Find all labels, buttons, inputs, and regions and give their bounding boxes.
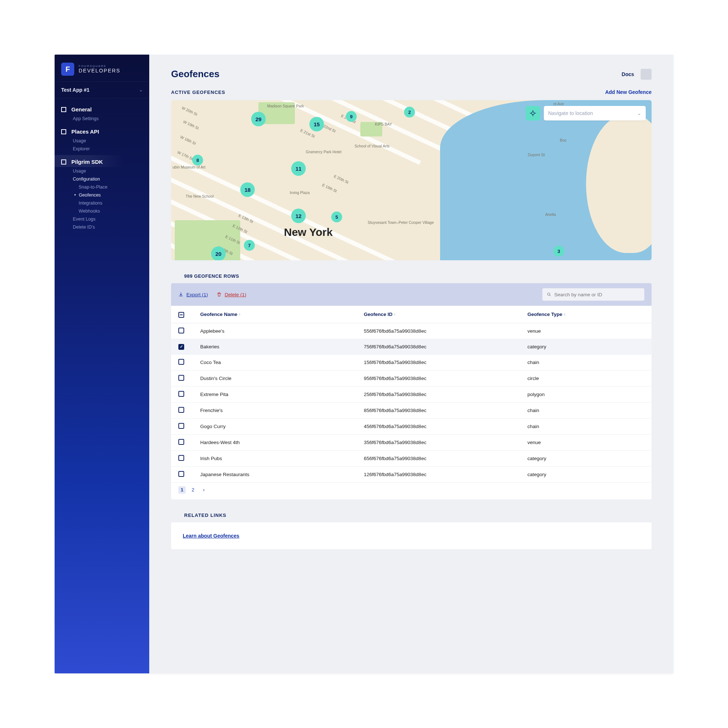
row-checkbox[interactable]: [178, 375, 184, 381]
chevron-down-icon: ⌄: [139, 87, 143, 92]
table-row[interactable]: Japanese Restaurants126f676fbd6a75a99038…: [171, 466, 652, 483]
docs-link[interactable]: Docs: [622, 71, 634, 77]
col-name[interactable]: Geofence Name↕: [200, 311, 364, 318]
download-icon: [178, 292, 184, 297]
geofence-cluster[interactable]: 7: [244, 240, 255, 251]
delete-button[interactable]: Delete (1): [217, 292, 246, 297]
locate-button[interactable]: [526, 106, 540, 121]
sidebar-item[interactable]: Usage: [73, 168, 149, 174]
cell-id: 856f676fbd6a75a99038d8ec: [364, 408, 527, 413]
row-checkbox[interactable]: [178, 359, 184, 365]
learn-geofences-link[interactable]: Learn about Geofences: [183, 533, 240, 539]
table-row[interactable]: Dustin's Circle956f676fbd6a75a99038d8ecc…: [171, 370, 652, 387]
select-all-checkbox[interactable]: [178, 312, 184, 318]
table-row[interactable]: Coco Tea156f676fbd6a75a99038d8ecchain: [171, 355, 652, 370]
row-checkbox[interactable]: [178, 327, 184, 333]
sidebar-item[interactable]: Delete ID's: [73, 224, 149, 230]
table-row[interactable]: Gogo Curry456f676fbd6a75a99038d8ecchain: [171, 419, 652, 434]
sidebar-section[interactable]: Pilgrim SDK: [55, 155, 149, 167]
page-next[interactable]: ›: [200, 486, 208, 494]
table-row[interactable]: Hardees-West 4th356f676fbd6a75a99038d8ec…: [171, 434, 652, 451]
geofence-cluster[interactable]: 12: [291, 209, 306, 223]
map-label: The New School: [186, 194, 214, 198]
brand-bottom-text: DEVELOPERS: [79, 68, 121, 73]
table-toolbar: Export (1) Delete (1): [171, 283, 652, 306]
sidebar-item[interactable]: Configuration: [73, 176, 149, 182]
row-checkbox[interactable]: [178, 407, 184, 413]
table-search[interactable]: [542, 288, 644, 301]
table-row[interactable]: Extreme Pita256f676fbd6a75a99038d8ecpoly…: [171, 387, 652, 402]
geofence-cluster[interactable]: 20: [211, 246, 226, 260]
geofence-cluster[interactable]: 9: [346, 111, 357, 122]
cell-type: polygon: [528, 392, 644, 397]
section-icon: [61, 129, 66, 134]
geofence-cluster[interactable]: 29: [251, 112, 266, 126]
map-city-label: New York: [284, 226, 333, 239]
page-2[interactable]: 2: [189, 486, 197, 494]
col-type[interactable]: Geofence Type↕: [528, 311, 644, 318]
cell-name: Irish Pubs: [200, 456, 364, 461]
map-location-placeholder: Navigate to location: [548, 110, 593, 116]
crosshair-icon: [530, 110, 536, 116]
geofence-map[interactable]: W 20th StW 19th StW 18th StW 17th StMadi…: [171, 100, 652, 260]
geofence-cluster[interactable]: 2: [404, 107, 415, 118]
row-checkbox[interactable]: [178, 471, 184, 477]
geofence-cluster[interactable]: 3: [553, 246, 564, 257]
table-row[interactable]: Applebee's556f676fbd6a75a99038d8ecvenue: [171, 323, 652, 339]
svg-point-5: [548, 293, 550, 295]
section-icon: [61, 107, 66, 112]
row-checkbox[interactable]: [178, 344, 184, 350]
col-id[interactable]: Geofence ID↕: [364, 311, 527, 318]
map-search-bar: Navigate to location ⌄: [526, 106, 646, 121]
app-selector[interactable]: Test App #1 ⌄: [55, 81, 149, 98]
map-label: nt Ave: [553, 102, 564, 106]
geofence-cluster[interactable]: 5: [331, 211, 342, 222]
sidebar-item[interactable]: Snap-to-Place: [79, 184, 107, 190]
avatar[interactable]: [641, 69, 652, 80]
cell-type: chain: [528, 359, 644, 365]
sidebar-item[interactable]: Integrations: [79, 200, 102, 206]
sidebar-item[interactable]: Explorer: [73, 145, 149, 152]
sidebar-item[interactable]: Event Logs: [73, 216, 149, 222]
svg-point-0: [531, 112, 534, 115]
map-location-input[interactable]: Navigate to location ⌄: [544, 106, 646, 121]
cell-id: 356f676fbd6a75a99038d8ec: [364, 440, 527, 445]
sidebar-item[interactable]: Usage: [73, 138, 149, 144]
sidebar-section[interactable]: Places API: [55, 125, 149, 137]
table-search-input[interactable]: [554, 292, 640, 297]
geofence-cluster[interactable]: 8: [192, 155, 203, 166]
sidebar-item[interactable]: Geofences: [79, 192, 101, 198]
row-checkbox[interactable]: [178, 391, 184, 397]
row-checkbox[interactable]: [178, 423, 184, 429]
cell-type: category: [528, 344, 644, 349]
export-button[interactable]: Export (1): [178, 292, 208, 297]
cell-name: Applebee's: [200, 328, 364, 334]
table-row[interactable]: Bakeries756f676fbd6a75a99038d8eccategory: [171, 339, 652, 355]
table-row[interactable]: Frenchie's856f676fbd6a75a99038d8ecchain: [171, 402, 652, 419]
sidebar-item[interactable]: App Settings: [73, 115, 149, 122]
sidebar-item[interactable]: Webhooks: [79, 208, 100, 214]
sort-icon: ↕: [564, 312, 566, 316]
page-title: Geofences: [171, 69, 219, 80]
cell-name: Japanese Restaurants: [200, 472, 364, 477]
row-checkbox[interactable]: [178, 455, 184, 461]
row-checkbox[interactable]: [178, 439, 184, 445]
sort-icon: ↕: [239, 312, 241, 316]
add-geofence-link[interactable]: Add New Geofence: [605, 89, 652, 95]
sidebar-section[interactable]: General: [55, 102, 149, 115]
delete-label: Delete (1): [225, 292, 246, 297]
cell-type: venue: [528, 440, 644, 445]
geofence-cluster[interactable]: 18: [240, 182, 255, 197]
app-shell: F FOURSQUARE DEVELOPERS Test App #1 ⌄ Ge…: [55, 55, 673, 673]
related-links-label: RELATED LINKS: [184, 512, 652, 518]
search-icon: [547, 292, 551, 297]
geofence-cluster[interactable]: 15: [309, 117, 324, 132]
map-label: Gramercy Park Hotel: [306, 150, 341, 154]
cell-type: venue: [528, 328, 644, 334]
table-row[interactable]: Irish Pubs656f676fbd6a75a99038d8eccatego…: [171, 451, 652, 466]
cell-name: Hardees-West 4th: [200, 440, 364, 445]
cell-id: 656f676fbd6a75a99038d8ec: [364, 456, 527, 461]
page-1[interactable]: 1: [178, 486, 186, 494]
geofence-cluster[interactable]: 11: [291, 161, 306, 176]
cell-name: Dustin's Circle: [200, 376, 364, 381]
